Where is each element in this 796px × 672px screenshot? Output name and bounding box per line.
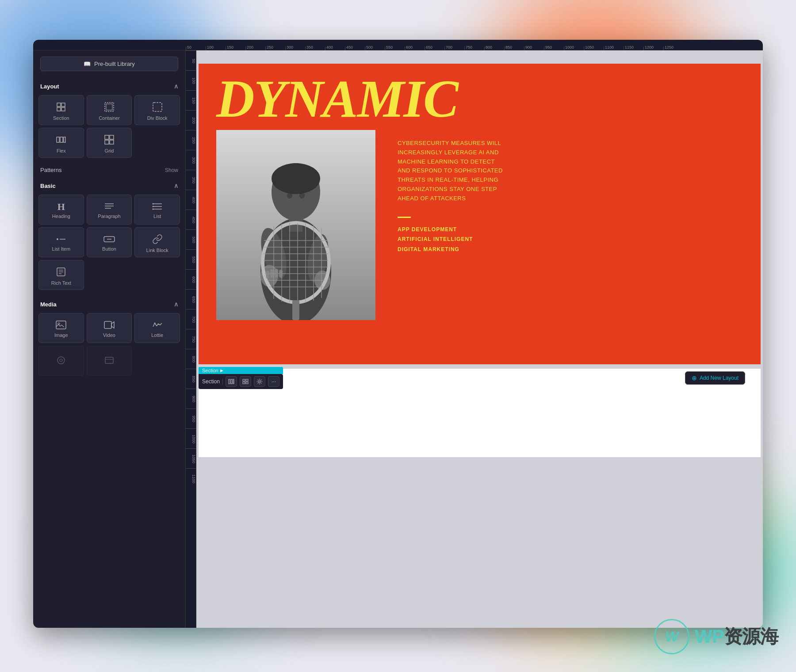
- svg-point-23: [57, 238, 58, 240]
- layout-item-grid[interactable]: Grid: [87, 128, 132, 158]
- ruler-v-mark: 700: [186, 309, 196, 329]
- section-icon: [56, 102, 66, 114]
- book-icon: 📖: [84, 61, 91, 67]
- layout-section-title: Layout: [40, 83, 59, 90]
- svg-rect-74: [231, 379, 232, 384]
- flex-label: Flex: [57, 148, 66, 153]
- svg-rect-78: [243, 382, 245, 384]
- media-item-extra2[interactable]: [87, 346, 132, 376]
- ruler-mark: 50: [186, 46, 206, 50]
- container-icon: [104, 102, 115, 114]
- svg-rect-10: [105, 135, 109, 139]
- svg-point-37: [60, 359, 62, 362]
- extra2-icon: [104, 356, 115, 366]
- heading-label: Heading: [52, 214, 70, 219]
- ruler-mark: 900: [524, 46, 544, 50]
- ruler-mark: 1200: [643, 46, 663, 50]
- basic-item-button[interactable]: Button: [87, 227, 132, 257]
- ruler-v-mark: 800: [186, 349, 196, 369]
- svg-rect-69: [266, 271, 269, 279]
- svg-rect-76: [243, 379, 245, 381]
- ruler-mark: 350: [305, 46, 325, 50]
- basic-section-title: Basic: [40, 183, 56, 189]
- richtext-label: Rich Text: [51, 280, 71, 286]
- media-item-video[interactable]: Video: [87, 313, 132, 343]
- ruler-mark: 150: [226, 46, 245, 50]
- svg-point-36: [57, 357, 65, 364]
- ruler-mark: 650: [425, 46, 444, 50]
- basic-item-listitem[interactable]: List Item: [38, 227, 84, 257]
- image-icon: [56, 321, 66, 331]
- ruler-v-mark: 1000: [186, 428, 196, 448]
- svg-rect-2: [57, 107, 61, 111]
- media-item-image[interactable]: Image: [38, 313, 84, 343]
- media-item-extra1[interactable]: [38, 346, 84, 376]
- basic-item-list[interactable]: List: [134, 195, 180, 225]
- ruler-mark: 1150: [624, 46, 643, 50]
- wp-logo-circle: W: [654, 619, 689, 654]
- layout-item-container[interactable]: Container: [87, 95, 132, 125]
- button-icon: [103, 235, 115, 244]
- toolbar-grid-btn[interactable]: [240, 376, 251, 387]
- ruler-v-mark: 250: [186, 130, 196, 150]
- svg-rect-5: [106, 104, 112, 110]
- ruler-mark: 600: [405, 46, 425, 50]
- app-container: 5010015020025030035040045050055060065070…: [33, 40, 763, 628]
- basic-item-heading[interactable]: H Heading: [38, 195, 84, 225]
- hero-section: DYNAMIC: [199, 64, 761, 364]
- add-layout-button[interactable]: ⊕ Add New Layout: [685, 371, 745, 385]
- ruler-horizontal: 5010015020025030035040045050055060065070…: [33, 40, 763, 50]
- basic-item-paragraph[interactable]: Paragraph: [87, 195, 132, 225]
- basic-chevron-icon[interactable]: ∧: [174, 182, 178, 189]
- toolbar-settings-btn[interactable]: [254, 376, 265, 387]
- hero-service-item: APP DEVELOPMENT: [398, 225, 739, 235]
- svg-point-35: [157, 323, 159, 325]
- list-label: List: [153, 214, 161, 219]
- basic-item-linkblock[interactable]: Link Block: [134, 227, 180, 257]
- basic-item-richtext[interactable]: Rich Text: [38, 260, 84, 290]
- layout-item-divblock[interactable]: Div Block: [134, 95, 180, 125]
- layout-chevron-icon[interactable]: ∧: [174, 83, 178, 90]
- svg-rect-6: [153, 103, 162, 111]
- svg-rect-73: [229, 379, 230, 384]
- divblock-label: Div Block: [147, 115, 168, 121]
- heading-icon: H: [57, 202, 65, 212]
- ruler-v-mark: 1050: [186, 448, 196, 468]
- section-toolbar-text: Section: [202, 378, 223, 385]
- layout-item-section[interactable]: Section: [38, 95, 84, 125]
- hero-service-item: DIGITAL MARKETING: [398, 244, 739, 255]
- hero-service-item: ARTIFICIAL INTELLIGENT: [398, 234, 739, 244]
- media-section-title: Media: [40, 301, 57, 308]
- ruler-v-mark: 200: [186, 110, 196, 130]
- media-item-lottie[interactable]: Lottie: [134, 313, 180, 343]
- section-label: Section: [53, 115, 69, 121]
- paragraph-label: Paragraph: [98, 214, 120, 219]
- section-toolbar: Section ▶ Section: [199, 367, 283, 389]
- svg-rect-7: [57, 137, 59, 142]
- svg-rect-1: [61, 103, 65, 107]
- layout-items-grid: Section Container: [33, 93, 185, 163]
- toolbar-columns-btn[interactable]: [226, 376, 237, 387]
- ruler-v-mark: 50: [186, 50, 196, 70]
- ruler-mark: 400: [325, 46, 345, 50]
- ruler-mark: 550: [385, 46, 405, 50]
- layout-item-flex[interactable]: Flex: [38, 128, 84, 158]
- toolbar-more-btn[interactable]: ···: [268, 376, 279, 387]
- ruler-mark: 250: [265, 46, 285, 50]
- svg-rect-77: [246, 379, 248, 381]
- media-items-grid: Image Video: [33, 311, 185, 381]
- section-badge[interactable]: Section ▶: [199, 367, 283, 374]
- svg-point-32: [58, 323, 60, 325]
- divblock-icon: [152, 102, 163, 114]
- patterns-show-button[interactable]: Show: [165, 167, 178, 173]
- listitem-icon: [56, 235, 66, 244]
- prebuilt-library-button[interactable]: 📖 Pre-built Library: [40, 57, 178, 71]
- svg-rect-72: [279, 270, 283, 278]
- hero-body: CYBERSECURITY MEASURES WILL INCREASINGLY…: [199, 130, 761, 320]
- ruler-v-mark: 550: [186, 249, 196, 269]
- main-area: 📖 Pre-built Library Layout ∧: [33, 50, 763, 628]
- svg-rect-38: [105, 357, 113, 363]
- paragraph-icon: [104, 202, 115, 212]
- ruler-v-mark: 100: [186, 70, 196, 90]
- media-chevron-icon[interactable]: ∧: [174, 301, 178, 308]
